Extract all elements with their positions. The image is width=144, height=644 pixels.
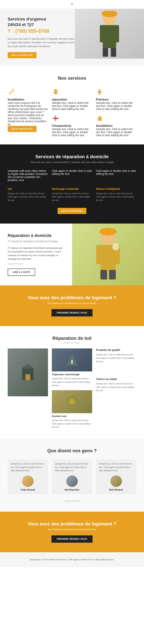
dark-col1: voluptate velit esse cillum dolore eu fu… [8, 169, 48, 182]
dark-col3-text: Click again or double click to start edi… [96, 169, 136, 176]
roof-image-scellant [52, 390, 92, 413]
hero-image [75, 9, 144, 58]
installation2-icon [96, 114, 104, 122]
testi-name-3: Bob Roberts [109, 488, 123, 491]
testi-person-3: Bob Roberts [99, 476, 133, 491]
repair-content: Réparation à domicile 27 conseils de rép… [0, 224, 72, 286]
qualite-text: Sample text. Click to select the text bo… [96, 353, 136, 363]
roof-toiture-card: Toiture en métal Sample text. Click to s… [96, 378, 136, 403]
avatar-2 [66, 476, 78, 487]
svg-point-19 [112, 244, 119, 250]
testi-person-2: Nat Reynolds [55, 476, 89, 491]
qualite-arrow[interactable]: → [96, 366, 136, 370]
dark-repair-section: Services de réparation à domicile Duis a… [0, 144, 144, 224]
repair-home-section: Réparation à domicile 27 conseils de rép… [0, 224, 144, 286]
avatar-1 [22, 476, 34, 487]
final-cta-title: Vous avez des problèmes de logement ? [8, 521, 136, 526]
worker-figure [92, 11, 127, 57]
roof-title: Réparation de toit [8, 336, 136, 341]
charpenterie-text: Sample text. Click to select the text bo… [52, 128, 92, 137]
hero-content: Services d'urgence 24h/24 et 7j/7 T : (7… [8, 16, 84, 66]
svg-rect-8 [97, 92, 102, 92]
final-cta-button[interactable]: PRENDRE RENDEZ-VOUS [51, 536, 93, 543]
dark-col2: Click again or double click to start edi… [52, 169, 92, 182]
roof-image-col1 [8, 348, 48, 429]
service-installation2: Installation Sample text. Click to selec… [96, 114, 136, 137]
dark-cta-container: NOUS CONTACTER [8, 208, 136, 214]
dark-sol-text: Sample text. Click to select the text bo… [8, 192, 48, 202]
dark-maison: Maison intelligente Sample text. Click t… [96, 187, 136, 202]
roof-section: Réparation de toit Images de Freepik Cli… [0, 326, 144, 438]
dark-cta-button[interactable]: NOUS CONTACTER [58, 208, 86, 214]
cta-yellow-subtitle: Nos experts les résoudront en un rien de… [8, 302, 136, 304]
svg-rect-17 [109, 270, 116, 280]
repair-title: Réparation à domicile [8, 233, 64, 238]
toiture-text: Sample text. Click to select the text bo… [96, 382, 136, 392]
testimonials-title: Que disent nos gens ? [8, 448, 136, 454]
service-installation: Installation Avez-vous toujours été à la… [8, 88, 48, 132]
scellant-text: Sample text. Click to select the text bo… [52, 419, 92, 429]
service-charpenterie: Charpenterie Sample text. Click to selec… [52, 114, 92, 137]
svg-rect-16 [100, 270, 107, 280]
final-bottom-text: Sample text. Click to select the text bo… [8, 558, 136, 562]
roof-image-clignotant [52, 348, 92, 372]
toiture-title: Toiture en métal [96, 378, 136, 380]
testi-text-3: Sample text. Click to select the text bo… [99, 462, 133, 472]
installation-cta[interactable]: NOUS CONTACTER [8, 126, 37, 132]
testi-text-2: Sample text. Click to select the text bo… [55, 462, 89, 472]
cta-yellow-title: Vous avez des problèmes de logement ? [8, 295, 136, 300]
services-title-block: Nos services [0, 66, 144, 84]
cta-yellow-button[interactable]: PRENDRE RENDEZ-VOUS [51, 309, 93, 316]
testimonials-grid: Sample text. Click to select the text bo… [8, 459, 136, 494]
dark-title: Services de réparation à domicile [8, 154, 136, 159]
qualite-title: Produits de qualité [96, 348, 136, 352]
services-heading: Nos services [4, 76, 140, 81]
testi-card-2: Sample text. Click to select the text bo… [52, 459, 92, 494]
svg-rect-5 [54, 93, 57, 94]
hamburger-icon[interactable]: ≡ [71, 2, 73, 6]
hamburger-menu[interactable]: ≡ [0, 0, 144, 9]
dark-sol-title: Sol [8, 187, 48, 190]
final-cta-subtitle: Nos experts les résoudront en un rien de… [8, 528, 136, 531]
hero-cta-button[interactable]: NOUS CONTACTER [8, 52, 37, 58]
roof-grid: Clignotant endommagé Sample text. Click … [8, 348, 136, 429]
roof-credit: Images de Freepik [8, 342, 136, 344]
reparation-title: réparation [52, 98, 92, 101]
peinture-title: Peinture [96, 98, 136, 101]
dark-nettoyage: Nettoyage à domicile Sample text. Click … [52, 187, 92, 202]
service-peinture: Peinture Sample text. Click to select th… [96, 88, 136, 110]
svg-point-7 [98, 93, 101, 95]
dark-nettoyage-text: Sample text. Click to select the text bo… [52, 192, 92, 202]
testi-name-1: Celia Almeda [21, 488, 35, 491]
clignotant-text: Sample text. Click to select the text bo… [52, 377, 92, 387]
installation2-title: Installation [96, 124, 136, 128]
hero-section: Services d'urgence 24h/24 et 7j/7 T : (7… [0, 9, 144, 66]
testi-card-1: Sample text. Click to select the text bo… [8, 459, 48, 494]
final-bottom-section: Sample text. Click to select the text bo… [0, 552, 144, 567]
installation2-text: Sample text. Click to select the text bo… [96, 128, 136, 137]
repair-subtitle: 27 conseils de réparation à domicile de … [8, 240, 64, 243]
final-cta-section: Vous avez des problèmes de logement ? No… [0, 512, 144, 552]
services-section: Nos services Installation Avez-vous touj… [0, 66, 144, 144]
installation-text: Avez-vous toujours été à la recherche de… [8, 101, 48, 126]
avatar-3 [110, 476, 122, 487]
svg-rect-24 [71, 360, 73, 364]
hero-phone[interactable]: T : (780) 555-8768 [8, 28, 84, 34]
svg-marker-21 [21, 364, 35, 368]
dark-bottom-grid: Sol Sample text. Click to select the tex… [8, 187, 136, 202]
charpenterie-icon [52, 114, 60, 122]
dark-col2-text: Click again or double click to start edi… [52, 169, 92, 176]
testimonials-section: Que disent nos gens ? Sample text. Click… [0, 438, 144, 512]
testi-card-3: Sample text. Click to select the text bo… [96, 459, 136, 494]
roof-qualite-card: Produits de qualité Sample text. Click t… [96, 348, 136, 374]
dark-sol: Sol Sample text. Click to select the tex… [8, 187, 48, 202]
svg-point-26 [69, 399, 75, 404]
toiture-arrow[interactable]: → [96, 394, 136, 399]
roof-image-col2: Clignotant endommagé Sample text. Click … [52, 348, 92, 429]
testi-text-1: Sample text. Click to select the text bo… [11, 462, 45, 472]
svg-rect-14 [96, 245, 102, 264]
repair-cta-button[interactable]: LIRE LA SUITE [8, 268, 35, 276]
installation-title: Installation [8, 98, 48, 101]
clignotant-title: Clignotant endommagé [52, 373, 92, 376]
peinture-text: Sample text. Click to select the text bo… [96, 101, 136, 110]
